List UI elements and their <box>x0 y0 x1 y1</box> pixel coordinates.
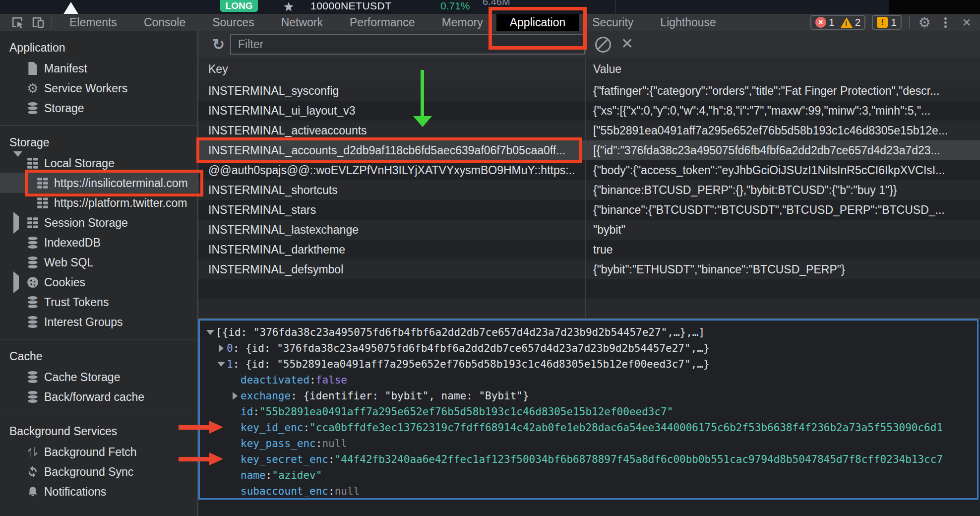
tree-line-11[interactable]: subaccount_enc: null <box>203 483 977 499</box>
tab-label: Application <box>510 16 566 29</box>
tree-line-6[interactable]: id: "55b2891ea0491aff7a295e652ef76b5d58b… <box>203 404 977 420</box>
clear-all-icon[interactable] <box>595 37 611 53</box>
json-plain: : <box>328 452 335 467</box>
volume-label: 6.46M <box>483 0 510 7</box>
devtools-tabbar: ElementsConsoleSourcesNetworkPerformance… <box>0 14 980 31</box>
issues-count: 1 <box>891 16 897 28</box>
expander-down-icon[interactable] <box>216 362 227 367</box>
tab-lighthouse[interactable]: Lighthouse <box>647 14 730 31</box>
device-toolbar-icon[interactable] <box>28 15 49 30</box>
storage-row-4[interactable]: INSTERMINAL_accounts_d2db9af118cb6fd5aec… <box>198 140 980 160</box>
favorite-star-icon[interactable] <box>283 1 295 14</box>
value-preview-panel[interactable]: [{id: "376fda38c23a495075fd6fb4fbf6a2dd2… <box>198 319 979 500</box>
settings-gear-icon[interactable]: ⚙ <box>914 14 935 31</box>
database-icon <box>26 316 39 328</box>
sidebar-item-interest-groups[interactable]: Interest Groups <box>0 312 197 332</box>
tree-line-7[interactable]: key_id_enc: "cca0bffdfe3ec13762319c7fdff… <box>203 420 977 436</box>
close-devtools-icon[interactable]: × <box>955 14 978 31</box>
storage-row-6[interactable]: INSTERMINAL_shortcuts{"binance:BTCUSD_PE… <box>198 180 980 200</box>
chevron-right-icon[interactable] <box>13 216 19 230</box>
key-column-header[interactable]: Key <box>208 58 228 80</box>
tree-line-5[interactable]: exchange: {identifier: "bybit", name: "B… <box>203 388 977 404</box>
filter-input[interactable] <box>230 34 585 55</box>
sidebar-item-session-storage[interactable]: Session Storage <box>0 213 197 233</box>
expander-right-icon[interactable] <box>230 392 241 400</box>
storage-row-2[interactable]: INSTERMINAL_ui_layout_v3{"xs":[{"x":0,"y… <box>198 101 980 121</box>
column-divider[interactable] <box>585 58 586 318</box>
tree-line-9[interactable]: key_secret_enc: "44f42fb3240aa6e42ffec1a… <box>203 452 977 467</box>
tab-label: Performance <box>350 16 415 29</box>
sidebar-item-cookies[interactable]: Cookies <box>0 272 197 292</box>
sidebar-item-label: Notifications <box>44 485 106 499</box>
json-null: null <box>335 483 360 499</box>
tree-line-10[interactable]: name: "azidev" <box>203 467 977 483</box>
chevron-down-icon[interactable] <box>13 157 22 170</box>
storage-row-9[interactable]: INSTERMINAL_darkthemetrue <box>198 240 980 259</box>
tab-application[interactable]: Application <box>496 14 579 31</box>
sidebar-item-indexeddb[interactable]: IndexedDB <box>0 233 197 253</box>
console-status-badges[interactable]: × 1 ! 2 <box>810 15 865 30</box>
storage-key: INSTERMINAL_lastexchange <box>208 220 575 240</box>
empty-row-stripe <box>198 299 980 318</box>
tree-line-2[interactable]: 0: {id: "376fda38c23a495075fd6fb4fbf6a2d… <box>203 340 977 356</box>
tab-label: Security <box>592 16 633 29</box>
sidebar-item-web-sql[interactable]: Web SQL <box>0 253 197 272</box>
delete-selected-icon[interactable]: ✕ <box>621 35 633 52</box>
value-column-header[interactable]: Value <box>593 58 621 80</box>
sidebar-item-storage[interactable]: Storage <box>0 98 197 118</box>
sidebar-item-manifest[interactable]: Manifest <box>0 59 197 78</box>
tree-line-1[interactable]: [{id: "376fda38c23a495075fd6fb4fbf6a2dd2… <box>203 324 977 340</box>
storage-row-7[interactable]: INSTERMINAL_stars{"binance":{"BTCUSDT":"… <box>198 200 980 220</box>
chevron-right-icon[interactable] <box>13 276 19 289</box>
sidebar-item-trust-tokens[interactable]: Trust Tokens <box>0 292 197 312</box>
tab-performance[interactable]: Performance <box>336 14 429 31</box>
sidebar-item-background-sync[interactable]: Background Sync <box>0 462 197 482</box>
tab-label: Lighthouse <box>660 16 716 29</box>
sidebar-item-service-workers[interactable]: ⚙Service Workers <box>0 78 197 98</box>
storage-row-10[interactable]: INSTERMINAL_defsymbol{"bybit":"ETHUSDT",… <box>198 259 980 279</box>
storage-grid-header: Key Value <box>198 58 980 81</box>
tab-memory[interactable]: Memory <box>429 14 496 31</box>
expander-right-icon[interactable] <box>216 344 227 352</box>
tab-security[interactable]: Security <box>579 14 647 31</box>
devtools-window: ElementsConsoleSourcesNetworkPerformance… <box>0 14 980 516</box>
json-key: key_pass_enc <box>241 436 316 452</box>
issues-badge[interactable]: ! 1 <box>872 15 902 30</box>
page-behind-strip: LONG 10000NETUSDT 0.71% 6.46M <box>0 0 980 14</box>
expander-down-icon[interactable] <box>205 330 216 335</box>
tab-network[interactable]: Network <box>268 14 336 31</box>
page-marker-triangle <box>63 2 79 14</box>
storage-row-8[interactable]: INSTERMINAL_lastexchange"bybit" <box>198 220 980 240</box>
sidebar-item-local-storage[interactable]: Local Storage <box>0 153 197 173</box>
storage-row-1[interactable]: INSTERMINAL_sysconfig{"fatfinger":{"cate… <box>198 81 980 101</box>
storage-key: INSTERMINAL_ui_layout_v3 <box>208 101 575 121</box>
tab-elements[interactable]: Elements <box>56 14 130 31</box>
sidebar-item-notifications[interactable]: Notifications <box>0 482 197 502</box>
tree-line-8[interactable]: key_pass_enc: null <box>203 436 977 452</box>
refresh-icon[interactable]: ↻ <box>212 36 225 53</box>
tab-console[interactable]: Console <box>130 14 199 31</box>
sidebar-item-https-insilicoterminal-com[interactable]: https://insilicoterminal.com <box>0 173 197 193</box>
application-sidebar: ApplicationManifest⚙Service WorkersStora… <box>0 31 198 516</box>
tree-line-4[interactable]: deactivated: false <box>203 372 977 388</box>
database-icon <box>26 371 39 384</box>
error-icon: × <box>815 17 826 28</box>
sidebar-item-background-fetch[interactable]: Background Fetch <box>0 442 197 462</box>
tab-label: Elements <box>69 16 117 29</box>
storage-value: "bybit" <box>593 220 980 240</box>
json-plain: : {id: "55b2891ea0491aff7a295e652ef76b5d… <box>233 356 710 372</box>
inspect-element-icon[interactable] <box>7 15 28 30</box>
more-options-icon[interactable] <box>935 16 955 29</box>
database-icon <box>26 102 39 115</box>
sidebar-item-cache-storage[interactable]: Cache Storage <box>0 367 197 387</box>
sidebar-item-label: Interest Groups <box>44 316 123 329</box>
sidebar-item-label: Background Fetch <box>44 446 137 459</box>
tab-sources[interactable]: Sources <box>199 14 267 31</box>
storage-row-5[interactable]: @@auth0spajs@@::woEVLZPfVnH3ILYjXATVYxys… <box>198 160 980 180</box>
storage-row-3[interactable]: INSTERMINAL_activeaccounts["55b2891ea049… <box>198 121 980 140</box>
tree-line-3[interactable]: 1: {id: "55b2891ea0491aff7a295e652ef76b5… <box>203 356 977 372</box>
sidebar-item-back-forward-cache[interactable]: Back/forward cache <box>0 387 197 407</box>
database-icon <box>26 390 39 403</box>
json-plain: : {id: "376fda38c23a495075fd6fb4fbf6a2dd… <box>233 340 710 356</box>
sidebar-item-https-platform-twitter-com[interactable]: https://platform.twitter.com <box>0 193 197 213</box>
